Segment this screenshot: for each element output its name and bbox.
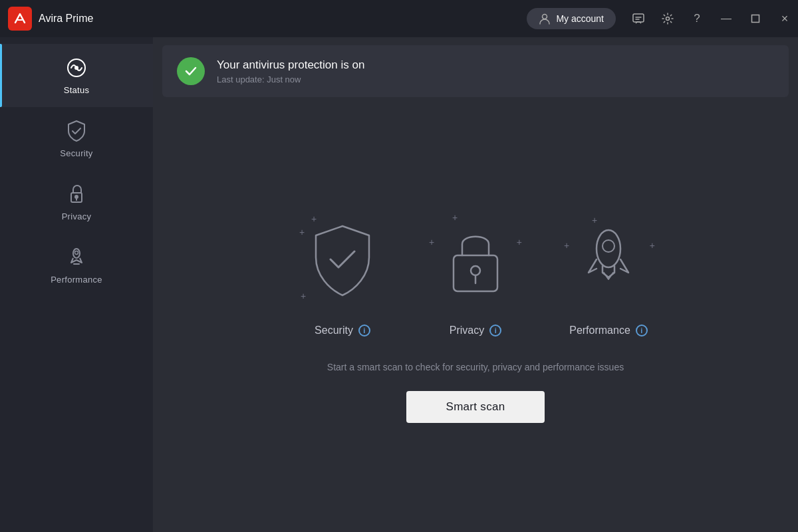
sparkle-4: + bbox=[452, 213, 458, 222]
titlebar-right: My account ? — × bbox=[527, 5, 798, 32]
maximize-icon bbox=[751, 14, 760, 23]
sidebar-item-performance[interactable]: Performance bbox=[0, 233, 153, 297]
svg-point-11 bbox=[471, 266, 480, 275]
security-feature-label: Security i bbox=[315, 325, 370, 336]
minimize-button[interactable]: — bbox=[713, 5, 739, 32]
sidebar-status-label: Status bbox=[64, 85, 90, 95]
sparkle-1: + bbox=[311, 214, 317, 223]
status-subtitle: Last update: Just now bbox=[217, 74, 364, 84]
status-check-icon bbox=[177, 57, 205, 85]
sparkle-3: + bbox=[301, 291, 306, 301]
status-text-group: Your antivirus protection is on Last upd… bbox=[217, 59, 364, 84]
sidebar: Status Security Privacy bbox=[0, 37, 153, 532]
content-area: Your antivirus protection is on Last upd… bbox=[153, 37, 798, 532]
svg-point-12 bbox=[597, 230, 620, 267]
performance-icon-wrapper: + + + bbox=[559, 207, 658, 314]
performance-feature-label: Performance i bbox=[569, 325, 648, 336]
sidebar-item-security[interactable]: Security bbox=[0, 107, 153, 170]
status-title: Your antivirus protection is on bbox=[217, 59, 364, 72]
titlebar-left: Avira Prime bbox=[8, 7, 93, 31]
sparkle-5: + bbox=[429, 237, 434, 247]
svg-rect-10 bbox=[454, 255, 497, 291]
security-feature-icon bbox=[306, 221, 379, 301]
svg-point-0 bbox=[543, 15, 547, 19]
performance-nav-icon bbox=[65, 245, 88, 269]
messages-button[interactable] bbox=[625, 5, 652, 32]
svg-point-13 bbox=[602, 240, 614, 252]
gear-icon bbox=[661, 12, 674, 25]
checkmark-icon bbox=[184, 64, 198, 78]
settings-button[interactable] bbox=[654, 5, 681, 32]
avira-logo bbox=[8, 7, 32, 31]
status-nav-icon bbox=[65, 56, 88, 80]
sidebar-item-privacy[interactable]: Privacy bbox=[0, 170, 153, 233]
svg-point-9 bbox=[75, 251, 78, 255]
privacy-icon-wrapper: + + + bbox=[426, 207, 525, 314]
privacy-info-icon[interactable]: i bbox=[489, 325, 501, 336]
features-area: + + + Security i bbox=[153, 105, 798, 532]
user-icon bbox=[539, 13, 551, 25]
privacy-nav-icon bbox=[65, 182, 88, 206]
sparkle-6: + bbox=[517, 237, 522, 247]
security-info-icon[interactable]: i bbox=[358, 325, 370, 336]
feature-icons-row: + + + Security i bbox=[293, 207, 658, 336]
messages-icon bbox=[632, 12, 645, 25]
smart-scan-button[interactable]: Smart scan bbox=[406, 391, 545, 423]
sparkle-7: + bbox=[592, 215, 597, 225]
security-icon-wrapper: + + + bbox=[293, 207, 392, 314]
performance-label-text: Performance bbox=[569, 325, 630, 336]
close-icon: × bbox=[781, 12, 789, 26]
main-area: Status Security Privacy bbox=[0, 37, 798, 532]
titlebar: Avira Prime My account ? — bbox=[0, 0, 798, 37]
avira-logo-svg bbox=[13, 11, 27, 26]
my-account-button[interactable]: My account bbox=[527, 8, 616, 29]
sparkle-9: + bbox=[650, 241, 655, 250]
privacy-feature-icon bbox=[439, 221, 512, 301]
minimize-icon: — bbox=[721, 13, 732, 24]
svg-point-2 bbox=[666, 17, 670, 21]
svg-point-5 bbox=[75, 66, 78, 69]
maximize-button[interactable] bbox=[742, 5, 769, 32]
my-account-label: My account bbox=[556, 13, 604, 24]
privacy-label-text: Privacy bbox=[450, 325, 484, 336]
app-title: Avira Prime bbox=[39, 13, 93, 25]
svg-rect-1 bbox=[633, 14, 644, 22]
performance-info-icon[interactable]: i bbox=[636, 325, 648, 336]
close-button[interactable]: × bbox=[771, 5, 798, 32]
performance-feature-icon bbox=[572, 221, 645, 301]
svg-point-8 bbox=[73, 249, 80, 258]
security-nav-icon bbox=[65, 119, 88, 143]
sidebar-item-status[interactable]: Status bbox=[0, 44, 153, 107]
sparkle-8: + bbox=[564, 241, 569, 250]
security-label-text: Security bbox=[315, 325, 353, 336]
svg-rect-3 bbox=[752, 15, 759, 23]
sparkle-2: + bbox=[299, 227, 305, 237]
feature-item-privacy[interactable]: + + + Privacy i bbox=[426, 207, 525, 336]
feature-item-security[interactable]: + + + Security i bbox=[293, 207, 392, 336]
feature-item-performance[interactable]: + + + bbox=[559, 207, 658, 336]
status-bar: Your antivirus protection is on Last upd… bbox=[162, 45, 789, 97]
help-button[interactable]: ? bbox=[684, 5, 710, 32]
sidebar-privacy-label: Privacy bbox=[62, 211, 92, 221]
sidebar-security-label: Security bbox=[60, 148, 92, 158]
sidebar-performance-label: Performance bbox=[51, 275, 102, 285]
privacy-feature-label: Privacy i bbox=[450, 325, 501, 336]
scan-description: Start a smart scan to check for security… bbox=[327, 362, 624, 372]
help-icon: ? bbox=[694, 12, 700, 25]
